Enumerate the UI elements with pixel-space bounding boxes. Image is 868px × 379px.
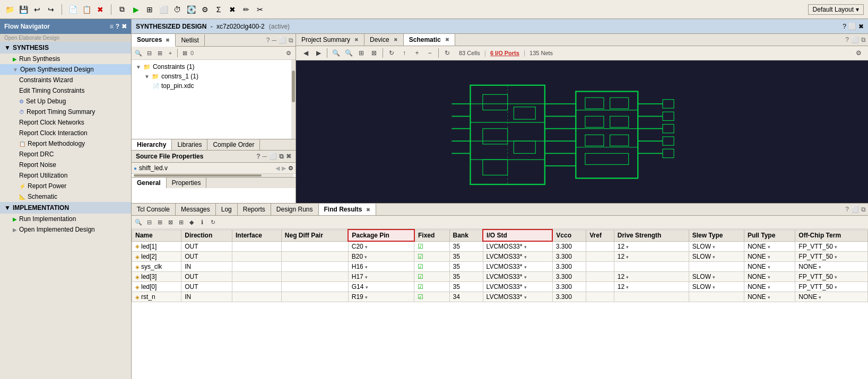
table-cell[interactable]: NONE ▾ [744, 272, 795, 282]
table-icon[interactable]: ⊞ [144, 4, 155, 15]
synth-close-icon[interactable]: ✖ [858, 23, 864, 30]
table-cell[interactable]: H17 ▾ [348, 272, 414, 282]
sfp-settings-icon[interactable]: ⚙ [288, 165, 293, 172]
table-cell[interactable]: ☑ [414, 282, 449, 292]
table-row[interactable]: ◈led[1]OUTC20 ▾☑35LVCMOS33* ▾3.30012 ▾SL… [132, 241, 868, 252]
hierarchy-tab[interactable]: Hierarchy [132, 139, 172, 150]
flow-nav-icon2[interactable]: ? [116, 23, 119, 30]
report-noise-item[interactable]: Report Noise [0, 160, 131, 170]
constrs1-folder[interactable]: ▼ 📁 constrs_1 (1) [134, 72, 289, 81]
sources-max-icon[interactable]: ⬜ [279, 37, 287, 44]
sch-zoom-in-icon[interactable]: 🔍 [331, 48, 341, 58]
table-cell[interactable] [586, 252, 614, 262]
sch-forward-icon[interactable]: ▶ [313, 48, 324, 58]
project-summary-tab[interactable]: Project Summary ✖ [296, 34, 364, 46]
bt-search-icon[interactable]: 🔍 [134, 217, 143, 227]
table-cell[interactable] [586, 292, 614, 302]
sch-minus-icon[interactable]: − [424, 48, 435, 58]
implementation-section[interactable]: ▼ IMPLEMENTATION [0, 202, 131, 214]
table-cell[interactable]: 12 ▾ [614, 282, 689, 292]
table-cell[interactable]: C20 ▾ [348, 241, 414, 252]
table-cell[interactable]: G14 ▾ [348, 282, 414, 292]
sch-refresh-icon[interactable]: ↻ [442, 48, 453, 58]
sch-up-icon[interactable]: ↑ [399, 48, 410, 58]
edit-timing-item[interactable]: Edit Timing Constraints [0, 85, 131, 96]
table-cell[interactable]: IN [181, 292, 232, 302]
open-synthesized-item[interactable]: ▼ Open Synthesized Design [0, 64, 131, 75]
report-power-item[interactable]: ⚡ Report Power [0, 181, 131, 191]
table-cell[interactable]: SLOW ▾ [689, 241, 744, 252]
table-cell[interactable]: OUT [181, 282, 232, 292]
find-results-close-icon[interactable]: ✖ [366, 207, 370, 213]
constraints-wizard-item[interactable]: Constraints Wizard [0, 75, 131, 85]
table-cell[interactable]: ☑ [414, 272, 449, 282]
design-runs-tab[interactable]: Design Runs [271, 204, 319, 215]
run-icon[interactable]: ▶ [131, 4, 141, 15]
save-icon[interactable]: 💾 [18, 4, 29, 15]
bt-grid-icon[interactable]: ⊞ [176, 217, 186, 227]
table-cell[interactable]: NONE ▾ [795, 262, 868, 272]
sources-float-icon[interactable]: ⧉ [289, 37, 293, 44]
netlist-tab[interactable]: Netlist [176, 34, 204, 46]
bt-info-icon[interactable]: ℹ [197, 217, 207, 227]
table-cell[interactable] [232, 262, 282, 272]
table-cell[interactable]: FP_VTT_50 ▾ [795, 272, 868, 282]
table-cell[interactable]: ☑ [414, 262, 449, 272]
report-clock-interaction-item[interactable]: Report Clock Interaction [0, 128, 131, 138]
sources-expand-icon[interactable]: ⊞ [155, 48, 164, 58]
table-cell[interactable] [232, 292, 282, 302]
bottom-max-icon[interactable]: ⬜ [851, 206, 859, 213]
table-cell[interactable]: OUT [181, 241, 232, 252]
table-cell[interactable] [232, 272, 282, 282]
table-cell[interactable]: LVCMOS33* ▾ [483, 241, 552, 252]
bt-diamond-icon[interactable]: ◆ [187, 217, 196, 227]
square-icon[interactable]: ⬜ [158, 4, 169, 15]
copy-icon[interactable]: 📋 [81, 4, 92, 15]
table-row[interactable]: ◈led[2]OUTB20 ▾☑35LVCMOS33* ▾3.30012 ▾SL… [132, 252, 868, 262]
device-close-icon[interactable]: ✖ [394, 37, 398, 42]
sources-collapse-icon[interactable]: ⊟ [144, 48, 154, 58]
table-row[interactable]: ◈led[3]OUTH17 ▾☑35LVCMOS33* ▾3.30012 ▾SL… [132, 272, 868, 282]
table-cell[interactable]: FP_VTT_50 ▾ [795, 241, 868, 252]
table-cell[interactable]: 35 [449, 282, 483, 292]
sfp-min-icon[interactable]: ─ [262, 153, 267, 160]
table-cell[interactable] [281, 272, 348, 282]
table-cell[interactable]: H16 ▾ [348, 262, 414, 272]
table-cell[interactable]: SLOW ▾ [689, 282, 744, 292]
sfp-float-icon[interactable]: ⧉ [279, 153, 284, 160]
schematic-close-icon[interactable]: ✖ [445, 37, 449, 42]
sources-help-icon[interactable]: ? [266, 37, 270, 44]
sfp-general-tab[interactable]: General [132, 178, 167, 188]
table-cell[interactable]: 3.300 [552, 282, 586, 292]
table-cell[interactable] [586, 262, 614, 272]
table-cell[interactable] [689, 262, 744, 272]
table-cell[interactable]: NONE ▾ [744, 282, 795, 292]
libraries-tab[interactable]: Libraries [172, 139, 207, 150]
table-cell[interactable]: R19 ▾ [348, 292, 414, 302]
table-cell[interactable] [586, 282, 614, 292]
report-methodology-item[interactable]: 📋 Report Methodology [0, 138, 131, 149]
top-pin-file[interactable]: 📄 top_pin.xdc [134, 81, 289, 91]
sch-plus-icon[interactable]: + [412, 48, 422, 58]
sfp-help-icon[interactable]: ? [256, 153, 260, 160]
table-cell[interactable] [689, 292, 744, 302]
synthesis-section[interactable]: ▼ SYNTHESIS [0, 42, 131, 54]
log-tab[interactable]: Log [216, 204, 238, 215]
find-results-tab[interactable]: Find Results ✖ [319, 204, 376, 215]
sources-scrollbar[interactable] [291, 60, 296, 139]
table-cell[interactable]: 35 [449, 252, 483, 262]
table-cell[interactable]: 3.300 [552, 252, 586, 262]
table-cell[interactable]: NONE ▾ [744, 262, 795, 272]
sfp-close-icon[interactable]: ✖ [286, 153, 291, 160]
table-cell[interactable]: FP_VTT_50 ▾ [795, 282, 868, 292]
sch-rotate-icon[interactable]: ↻ [386, 48, 397, 58]
schematic-help-icon[interactable]: ? [845, 36, 849, 43]
bt-refresh-icon[interactable]: ↻ [208, 217, 218, 227]
sch-gear-icon[interactable]: ⚙ [853, 48, 864, 58]
cut-icon[interactable]: ✂ [255, 4, 265, 15]
ports-stat[interactable]: 6 I/O Ports [490, 50, 519, 56]
sources-min-icon[interactable]: ─ [272, 37, 276, 44]
setup-debug-item[interactable]: ⚙ Set Up Debug [0, 96, 131, 107]
sch-fit-icon[interactable]: ⊞ [356, 48, 367, 58]
sfp-scrollbar[interactable] [134, 174, 293, 177]
